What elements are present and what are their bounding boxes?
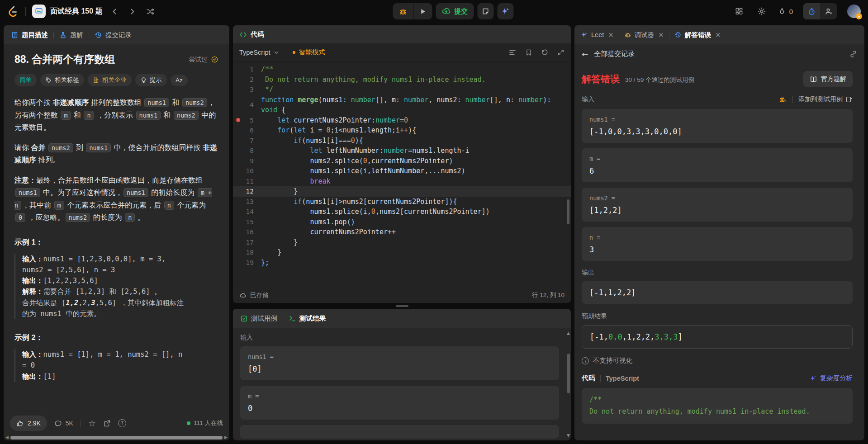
code-line-content[interactable]: currentNums2Pointer++ xyxy=(261,227,571,237)
line-gutter[interactable]: 11 xyxy=(233,176,261,187)
run-button[interactable] xyxy=(413,3,432,19)
line-gutter[interactable]: 15 xyxy=(233,217,261,227)
code-line-content[interactable]: */ xyxy=(261,85,571,95)
tab-leet-assistant[interactable]: Leet × xyxy=(581,31,614,39)
study-plan[interactable]: 面试经典 150 题 xyxy=(32,5,103,18)
breakpoint-dot[interactable] xyxy=(233,118,243,122)
code-line-content[interactable]: nums2.splice(0,currentNums2Pointer) xyxy=(261,156,571,166)
caret-up-icon[interactable]: ▲ xyxy=(567,331,570,335)
code-line[interactable]: 3 */ xyxy=(233,85,571,95)
hint-badge[interactable]: 提示 xyxy=(135,74,167,86)
code-line[interactable]: 7 if(nums1[i]===0){ xyxy=(233,136,571,146)
smart-mode-toggle[interactable]: 智能模式 xyxy=(293,48,325,57)
share-icon[interactable] xyxy=(103,420,111,427)
code-line[interactable]: 14 nums1.splice(i,0,nums2[currentNums2Po… xyxy=(233,207,571,217)
breakpoint-dot[interactable] xyxy=(236,118,240,122)
debug-with-case-icon[interactable] xyxy=(779,95,787,104)
code-line[interactable]: 17 } xyxy=(233,237,571,248)
tab-solutions[interactable]: 题解 xyxy=(59,31,83,39)
streak-flame[interactable]: 0 xyxy=(778,7,793,15)
attempted-badge[interactable]: 尝试过 xyxy=(189,56,218,64)
next-question-button[interactable] xyxy=(127,6,138,17)
code-line[interactable]: 4function merge(nums1: number[], m: numb… xyxy=(233,95,571,115)
code-line-content[interactable]: let leftNumNumber:number=nums1.length-i xyxy=(261,146,571,156)
line-gutter[interactable]: 18 xyxy=(233,247,261,258)
code-line-content[interactable]: }; xyxy=(261,258,571,268)
line-gutter[interactable]: 2 xyxy=(233,75,261,85)
comments-button[interactable]: 5K xyxy=(54,420,73,427)
ai-sparkles-icon[interactable] xyxy=(497,3,513,19)
submit-button[interactable]: 提交 xyxy=(436,3,474,19)
code-line[interactable]: 10 nums1.splice(i,leftNumNumber,...nums2… xyxy=(233,166,571,176)
layout-grid-icon[interactable] xyxy=(733,5,745,18)
line-gutter[interactable]: 17 xyxy=(233,237,261,248)
favorite-star-icon[interactable]: ☆ xyxy=(88,418,96,428)
tab-description[interactable]: 题目描述 xyxy=(11,31,48,39)
line-gutter[interactable]: 3 xyxy=(233,85,261,95)
prev-question-button[interactable] xyxy=(109,6,120,17)
translate-badge[interactable]: Az xyxy=(171,75,188,86)
line-gutter[interactable]: 16 xyxy=(233,227,261,237)
shuffle-icon[interactable] xyxy=(144,5,157,18)
tab-debugger[interactable]: 调试器 × xyxy=(624,31,664,39)
code-line-content[interactable]: Do not return anything, modify nums1 in-… xyxy=(261,75,571,85)
tab-submissions[interactable]: 提交记录 xyxy=(95,31,132,39)
line-gutter[interactable]: 7 xyxy=(233,136,261,146)
related-tags-badge[interactable]: 相关标签 xyxy=(40,74,84,86)
input-field[interactable]: m = 6 xyxy=(582,148,853,182)
close-icon[interactable]: × xyxy=(715,31,721,39)
code-line[interactable]: 15 nums1.pop() xyxy=(233,217,571,227)
code-line-content[interactable]: break xyxy=(261,176,571,187)
code-line[interactable]: 2 Do not return anything, modify nums1 i… xyxy=(233,75,571,85)
complexity-analysis-button[interactable]: 复杂度分析 xyxy=(810,374,853,383)
code-line[interactable]: 18 } xyxy=(233,247,571,258)
code-line-content[interactable]: function merge(nums1: number[], m: numbe… xyxy=(261,95,571,115)
related-companies-badge[interactable]: 相关企业 xyxy=(88,74,132,86)
submitted-code-preview[interactable]: /** Do not return anything, modify nums1… xyxy=(582,388,853,424)
debug-button[interactable] xyxy=(393,3,413,19)
official-solution-button[interactable]: 官方题解 xyxy=(803,71,853,87)
caret-down-icon[interactable]: ▼ xyxy=(567,434,570,438)
close-icon[interactable]: × xyxy=(608,31,614,39)
back-arrow-icon[interactable]: ← xyxy=(582,50,588,59)
difficulty-badge[interactable]: 简单 xyxy=(14,74,37,86)
code-line-content[interactable]: } xyxy=(261,237,571,248)
code-line[interactable]: 9 nums2.splice(0,currentNums2Pointer) xyxy=(233,156,571,166)
line-gutter[interactable]: 9 xyxy=(233,156,261,166)
code-line[interactable]: 13 if(nums1[i]>nums2[currentNums2Pointer… xyxy=(233,197,571,207)
line-gutter[interactable]: 13 xyxy=(233,197,261,207)
format-code-icon[interactable] xyxy=(508,48,517,57)
line-gutter[interactable]: 14 xyxy=(233,207,261,217)
caret-left-icon[interactable]: ◀ xyxy=(5,435,9,439)
code-line[interactable]: 11 break xyxy=(233,176,571,187)
help-icon[interactable]: ? xyxy=(118,419,126,427)
like-button[interactable]: 2.9K xyxy=(10,416,47,431)
code-line-content[interactable]: let currentNums2Pointer:number=0 xyxy=(261,115,571,126)
input-field[interactable]: n = 3 xyxy=(582,227,853,261)
code-editor[interactable]: 1/**2 Do not return anything, modify num… xyxy=(233,61,571,287)
notes-icon[interactable] xyxy=(477,3,493,19)
code-line-content[interactable]: nums1.splice(i,0,nums2[currentNums2Point… xyxy=(261,207,571,217)
code-line[interactable]: 8 let leftNumNumber:number=nums1.length-… xyxy=(233,146,571,156)
code-line[interactable]: 12 } xyxy=(233,186,571,197)
testcase-field[interactable]: m = 0 xyxy=(240,386,559,420)
line-gutter[interactable]: 10 xyxy=(233,166,261,176)
code-line[interactable]: 16 currentNums2Pointer++ xyxy=(233,227,571,237)
editor-scrollbar-thumb[interactable] xyxy=(567,199,569,224)
avatar[interactable]: ★ xyxy=(847,5,861,18)
code-line[interactable]: 1/** xyxy=(233,64,571,75)
leetcode-logo[interactable] xyxy=(7,5,19,17)
reset-code-icon[interactable] xyxy=(541,48,549,56)
code-line-content[interactable]: if(nums1[i]===0){ xyxy=(261,136,571,146)
code-line-content[interactable]: /** xyxy=(261,64,571,75)
code-line-content[interactable]: if(nums1[i]>nums2[currentNums2Pointer]){ xyxy=(261,197,571,207)
testcase-field[interactable]: nums1 = [0] xyxy=(240,346,559,380)
tab-testcase[interactable]: 测试用例 xyxy=(240,314,277,323)
all-submissions-label[interactable]: 全部提交记录 xyxy=(594,50,635,58)
copy-link-icon[interactable] xyxy=(849,50,857,58)
code-line[interactable]: 6 for(let i = 0;i<nums1.length;i++){ xyxy=(233,125,571,136)
code-line[interactable]: 19}; xyxy=(233,258,571,268)
panel-resize-handle[interactable] xyxy=(233,303,571,309)
scrollbar-thumb[interactable] xyxy=(567,354,570,393)
settings-gear-icon[interactable] xyxy=(755,5,768,18)
